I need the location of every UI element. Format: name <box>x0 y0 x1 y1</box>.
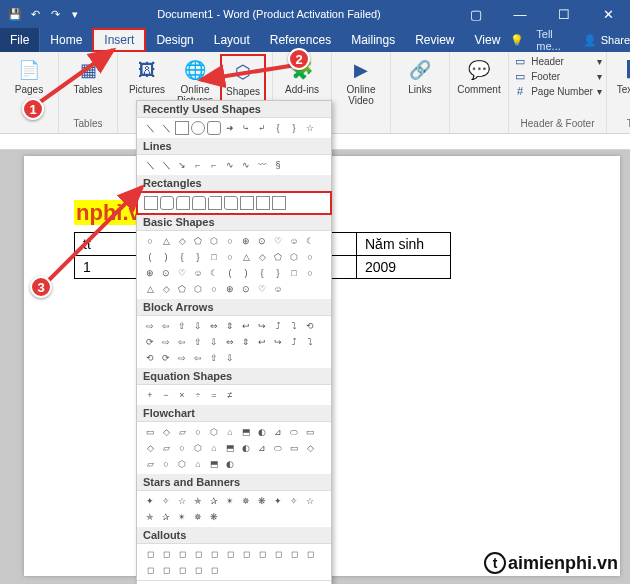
shape-item[interactable]: ◻ <box>175 563 189 577</box>
shape-item[interactable]: ⤴ <box>271 319 285 333</box>
shape-item[interactable]: ❋ <box>255 494 269 508</box>
shape-connector2[interactable]: ⤶ <box>255 121 269 135</box>
shape-item[interactable]: ⤵ <box>287 319 301 333</box>
shape-line[interactable]: ＼ <box>143 158 157 172</box>
tab-insert[interactable]: Insert <box>92 28 146 52</box>
tab-home[interactable]: Home <box>40 28 92 52</box>
shape-item[interactable]: ♡ <box>255 282 269 296</box>
shape-item[interactable]: ✴ <box>223 494 237 508</box>
shape-item[interactable]: ⊙ <box>159 266 173 280</box>
tab-layout[interactable]: Layout <box>204 28 260 52</box>
shape-item[interactable]: ☾ <box>303 234 317 248</box>
shape-rect[interactable] <box>208 196 222 210</box>
shape-item[interactable]: ◻ <box>175 547 189 561</box>
shape-brace[interactable]: { <box>271 121 285 135</box>
shape-item[interactable]: ⇩ <box>191 319 205 333</box>
header-button[interactable]: ▭Header▾ <box>509 54 606 68</box>
shape-item[interactable]: ⌂ <box>223 425 237 439</box>
shape-item[interactable]: ✧ <box>159 494 173 508</box>
shapes-button[interactable]: ⬡ Shapes <box>220 54 266 106</box>
shape-item[interactable]: ○ <box>223 234 237 248</box>
shape-item[interactable]: ✵ <box>239 494 253 508</box>
shape-item[interactable]: ⊿ <box>271 425 285 439</box>
shape-item[interactable]: ⇧ <box>175 319 189 333</box>
shape-line2[interactable]: ＼ <box>159 121 173 135</box>
shape-item[interactable]: ⟲ <box>143 351 157 365</box>
tab-review[interactable]: Review <box>405 28 464 52</box>
shape-curve[interactable]: ∿ <box>223 158 237 172</box>
shape-item[interactable]: ↪ <box>255 319 269 333</box>
shape-item[interactable]: ✦ <box>143 494 157 508</box>
pictures-button[interactable]: 🖼 Pictures <box>124 54 170 106</box>
shape-item[interactable]: ✵ <box>191 510 205 524</box>
online-video-button[interactable]: ▶ Online Video <box>338 54 384 106</box>
shape-item[interactable]: △ <box>159 234 173 248</box>
shape-item[interactable]: ○ <box>207 282 221 296</box>
redo-icon[interactable]: ↷ <box>46 5 64 23</box>
shape-item[interactable]: ⬭ <box>287 425 301 439</box>
shape-item[interactable]: ⇕ <box>223 319 237 333</box>
shape-item[interactable]: ◇ <box>159 425 173 439</box>
shape-item[interactable]: ○ <box>191 425 205 439</box>
shape-item[interactable]: ◻ <box>303 547 317 561</box>
shape-item[interactable]: ⇩ <box>207 335 221 349</box>
shape-item[interactable]: ◻ <box>255 547 269 561</box>
shape-item[interactable]: ☺ <box>287 234 301 248</box>
links-button[interactable]: 🔗 Links <box>397 54 443 95</box>
shape-item[interactable]: ✯ <box>191 494 205 508</box>
shape-item[interactable]: □ <box>287 266 301 280</box>
shape-item[interactable]: △ <box>143 282 157 296</box>
shape-item[interactable]: ○ <box>303 266 317 280</box>
shape-item[interactable]: ▱ <box>175 425 189 439</box>
shape-item[interactable]: ◐ <box>239 441 253 455</box>
shape-rect[interactable] <box>224 196 238 210</box>
table-cell[interactable]: Năm sinh <box>357 233 451 256</box>
shape-brace2[interactable]: } <box>287 121 301 135</box>
shape-line[interactable]: ↘ <box>175 158 189 172</box>
shape-item[interactable]: ⇕ <box>239 335 253 349</box>
shape-item[interactable]: ▱ <box>159 441 173 455</box>
new-drawing-canvas[interactable]: 🖌 New Drawing Canvas <box>137 580 331 584</box>
shape-item[interactable]: ○ <box>143 234 157 248</box>
shape-item[interactable]: ⊕ <box>223 282 237 296</box>
shape-item[interactable]: ◐ <box>223 457 237 471</box>
shape-item[interactable]: ◇ <box>143 441 157 455</box>
shape-item[interactable]: ⬡ <box>287 250 301 264</box>
shape-item[interactable]: ⌂ <box>207 441 221 455</box>
shape-item[interactable]: ◻ <box>191 563 205 577</box>
shape-item[interactable]: ▭ <box>303 425 317 439</box>
shape-item[interactable]: ◻ <box>271 547 285 561</box>
shape-arrow[interactable]: ➜ <box>223 121 237 135</box>
shape-item[interactable]: ⊕ <box>143 266 157 280</box>
shape-item[interactable]: ↩ <box>255 335 269 349</box>
shape-line[interactable]: ＼ <box>159 158 173 172</box>
shape-item[interactable]: { <box>255 266 269 280</box>
shape-item[interactable]: ◻ <box>287 547 301 561</box>
shape-item[interactable]: ✦ <box>271 494 285 508</box>
shape-item[interactable]: ⟳ <box>159 351 173 365</box>
shape-item[interactable]: ⬒ <box>239 425 253 439</box>
qat-dropdown-icon[interactable]: ▾ <box>66 5 84 23</box>
shape-item[interactable]: ✰ <box>207 494 221 508</box>
tab-design[interactable]: Design <box>146 28 203 52</box>
shape-item[interactable]: □ <box>207 250 221 264</box>
shape-rect[interactable] <box>144 196 158 210</box>
tab-mailings[interactable]: Mailings <box>341 28 405 52</box>
tab-file[interactable]: File <box>0 28 40 52</box>
online-pictures-button[interactable]: 🌐 Online Pictures <box>172 54 218 106</box>
shape-item[interactable]: ◻ <box>207 547 221 561</box>
close-button[interactable]: ✕ <box>586 0 630 28</box>
shape-item[interactable]: ⬠ <box>175 282 189 296</box>
shape-connector[interactable]: ⤷ <box>239 121 253 135</box>
shape-item[interactable]: ⇨ <box>143 319 157 333</box>
shape-item[interactable]: ◇ <box>255 250 269 264</box>
shape-multiply[interactable]: × <box>175 388 189 402</box>
shape-item[interactable]: ▱ <box>143 457 157 471</box>
shape-item[interactable]: ✧ <box>287 494 301 508</box>
shape-item[interactable]: ✰ <box>159 510 173 524</box>
comment-button[interactable]: 💬 Comment <box>456 54 502 95</box>
shape-rect[interactable] <box>176 196 190 210</box>
shape-item[interactable]: ✴ <box>175 510 189 524</box>
maximize-button[interactable]: ☐ <box>542 0 586 28</box>
shape-item[interactable]: } <box>271 266 285 280</box>
